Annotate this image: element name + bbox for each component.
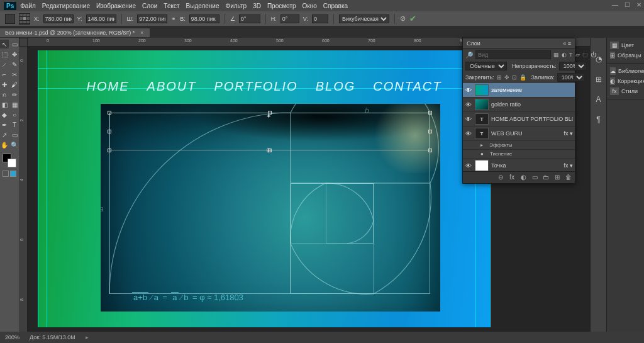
move-tool[interactable]: ↖ <box>0 40 9 48</box>
properties-icon[interactable]: ⊞ <box>593 74 604 84</box>
visibility-icon[interactable]: 👁 <box>465 162 472 169</box>
menu-file[interactable]: Файл <box>20 3 36 9</box>
panel-menu-icon[interactable]: ≡ <box>568 40 571 47</box>
caret-icon[interactable]: ▸ <box>480 142 483 148</box>
window-minimize-icon[interactable]: — <box>612 1 618 8</box>
filter-toggle-icon[interactable]: ⏻ <box>591 51 596 59</box>
eyedropper-tool[interactable]: ✎ <box>10 60 19 69</box>
document-tab[interactable]: Без имени-1.psd @ 200% (затемнение, RGB/… <box>0 28 150 37</box>
history-brush-tool[interactable]: ✏ <box>10 90 19 99</box>
interpolation-select[interactable]: Бикубическая <box>339 14 389 23</box>
h-field[interactable] <box>189 14 219 23</box>
brush-tool[interactable]: 🖌 <box>10 80 19 89</box>
layer-row[interactable]: 👁 T HOME ABOUT PORTFOLIO BLOG CONTACT <box>463 112 575 127</box>
layer-thumbnail[interactable]: T <box>475 113 489 125</box>
filter-shape-icon[interactable]: ▱ <box>575 51 580 59</box>
filter-adjust-icon[interactable]: ◐ <box>562 51 567 59</box>
lock-position-icon[interactable]: ✜ <box>504 74 509 82</box>
layer-thumbnail[interactable]: T <box>475 128 489 139</box>
layer-fx-badge[interactable]: fx ▾ <box>564 130 573 137</box>
reference-point-selector[interactable] <box>19 13 30 25</box>
crop-tool[interactable]: ⟋ <box>0 60 9 69</box>
layer-thumbnail[interactable] <box>475 160 489 171</box>
filter-smart-icon[interactable]: ⬚ <box>582 51 588 59</box>
doc-size[interactable]: Док: 5.15M/13.0M <box>30 334 75 340</box>
layer-fx-icon[interactable]: fx <box>508 174 516 181</box>
window-close-icon[interactable]: ✕ <box>636 1 641 8</box>
character-icon[interactable]: A <box>593 94 604 104</box>
panel-collapse-icon[interactable]: « <box>563 40 566 47</box>
lasso-tool[interactable]: ✥ <box>10 50 19 59</box>
visibility-icon[interactable]: 👁 <box>465 87 472 94</box>
layer-name[interactable]: golden ratio <box>491 101 573 108</box>
path-tool[interactable]: ↗ <box>0 130 9 139</box>
menu-help[interactable]: Справка <box>323 3 348 9</box>
layer-thumbnail[interactable] <box>475 84 489 96</box>
w-field[interactable] <box>137 14 167 23</box>
filter-type-icon[interactable]: T <box>569 51 573 59</box>
opacity-select[interactable]: 100% <box>559 62 587 70</box>
menu-layers[interactable]: Слои <box>142 3 157 9</box>
status-menu-icon[interactable]: ▸ <box>86 334 89 340</box>
menu-image[interactable]: Изображение <box>96 3 136 9</box>
x-field[interactable] <box>43 14 74 23</box>
lock-all-icon[interactable]: 🔒 <box>519 74 526 82</box>
frame-tool[interactable]: ⌐ <box>0 70 9 79</box>
menu-filter[interactable]: Фильтр <box>226 3 247 9</box>
menu-window[interactable]: Окно <box>303 3 317 9</box>
menu-3d[interactable]: 3D <box>253 3 261 9</box>
swatches-panel[interactable]: ⊞Образцы <box>608 50 643 60</box>
angle-field[interactable] <box>239 14 260 23</box>
artboard-tool[interactable]: ▭ <box>10 40 19 48</box>
layer-name[interactable]: HOME ABOUT PORTFOLIO BLOG CONTACT <box>491 116 573 122</box>
skew-v-field[interactable] <box>312 14 328 23</box>
new-group-icon[interactable]: 🗀 <box>541 174 550 181</box>
color-swatch[interactable] <box>3 154 16 167</box>
delete-layer-icon[interactable]: 🗑 <box>564 174 573 181</box>
layer-mask-icon[interactable]: ◐ <box>519 174 528 181</box>
visibility-icon[interactable]: 👁 <box>465 116 472 123</box>
layer-name[interactable]: WEB GURU <box>491 130 561 137</box>
menu-select[interactable]: Выделение <box>186 3 219 9</box>
marquee-tool[interactable]: ⬚ <box>0 50 9 59</box>
shape-tool[interactable]: ▭ <box>10 130 19 139</box>
visibility-icon[interactable]: 👁 <box>465 130 472 137</box>
zoom-level[interactable]: 200% <box>5 334 19 340</box>
layer-name[interactable]: Точка <box>491 162 561 169</box>
layer-row[interactable]: 👁 Точка fx ▾ <box>463 159 575 171</box>
styles-panel[interactable]: fxСтили <box>608 86 643 96</box>
gradient-tool[interactable]: ▦ <box>10 100 19 109</box>
lock-artboard-icon[interactable]: ⊡ <box>512 74 517 82</box>
artboard[interactable]: HOME ABOUT PORTFOLIO BLOG CONTACT ✦ ⊕ <box>38 50 491 327</box>
layer-thumbnail[interactable] <box>475 99 489 110</box>
window-maximize-icon[interactable]: ☐ <box>625 1 630 8</box>
type-tool[interactable]: T <box>10 120 19 129</box>
close-tab-icon[interactable]: × <box>140 30 143 36</box>
layer-name[interactable]: затемнение <box>491 87 573 93</box>
pen-tool[interactable]: ✒ <box>0 120 9 129</box>
paragraph-icon[interactable]: ¶ <box>593 115 604 125</box>
layer-fx-badge[interactable]: fx ▾ <box>564 162 573 169</box>
layer-row[interactable]: 👁 golden ratio <box>463 98 575 112</box>
layer-row[interactable]: 👁 T WEB GURU fx ▾ <box>463 127 575 141</box>
hand-tool[interactable]: ✋ <box>0 140 9 149</box>
effect-visibility-icon[interactable]: ● <box>480 151 484 157</box>
new-fill-icon[interactable]: ▭ <box>530 174 539 181</box>
y-field[interactable] <box>86 14 116 23</box>
layers-panel-title[interactable]: Слои <box>467 40 480 47</box>
layer-row[interactable]: 👁 затемнение <box>463 83 575 98</box>
fill-select[interactable]: 100% <box>557 73 585 82</box>
blend-mode-select[interactable]: Обычные <box>465 62 507 70</box>
menu-view[interactable]: Просмотр <box>267 3 296 9</box>
layer-effect-item[interactable]: ● Тиснение <box>463 150 575 159</box>
color-panel[interactable]: ▦Цвет <box>608 40 643 50</box>
transform-tool-icon[interactable] <box>5 14 15 24</box>
blur-tool[interactable]: ◆ <box>0 110 9 119</box>
zoom-tool[interactable]: 🔍 <box>10 140 19 149</box>
filter-pixel-icon[interactable]: ▦ <box>553 51 559 59</box>
heal-tool[interactable]: ✚ <box>0 80 9 89</box>
stamp-tool[interactable]: ⎌ <box>0 90 9 99</box>
link-layers-icon[interactable]: ⊖ <box>496 174 505 181</box>
new-layer-icon[interactable]: ⊞ <box>553 174 562 181</box>
eraser-tool[interactable]: ◧ <box>0 100 9 109</box>
